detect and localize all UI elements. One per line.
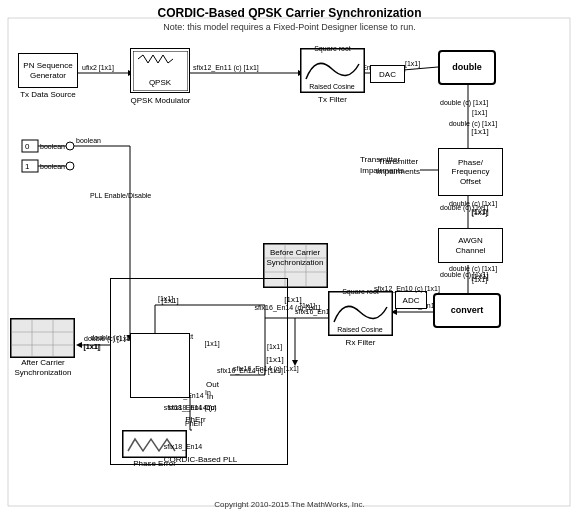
lbl-out-port: Out bbox=[200, 380, 225, 389]
svg-text:sfix12_En11 (c) [1x1]: sfix12_En11 (c) [1x1] bbox=[193, 64, 259, 72]
page-title: CORDIC-Based QPSK Carrier Synchronizatio… bbox=[0, 0, 579, 20]
svg-rect-89 bbox=[11, 319, 74, 357]
lbl-double-c-1x1-awgn: double (c) [1x1] bbox=[438, 200, 508, 207]
svg-text:Raised Cosine: Raised Cosine bbox=[309, 83, 355, 90]
qpsk-mod-block: QPSK bbox=[130, 48, 190, 93]
svg-text:[1x1]: [1x1] bbox=[405, 60, 420, 68]
sq-root-rcos-tx-label: Square root bbox=[300, 45, 365, 52]
svg-text:0: 0 bbox=[25, 142, 30, 151]
phase-freq-block: Phase/FrequencyOffset bbox=[438, 148, 503, 196]
svg-text:ufix2 [1x1]: ufix2 [1x1] bbox=[82, 64, 114, 72]
svg-text:boolean: boolean bbox=[40, 143, 65, 150]
qpsk-mod-label: QPSK Modulator bbox=[118, 96, 203, 105]
tx-data-source-label: Tx Data Source bbox=[18, 90, 78, 99]
svg-text:PLL Enable/Disable: PLL Enable/Disable bbox=[90, 192, 151, 199]
lbl-1x1-convert: [1x1] bbox=[465, 272, 495, 281]
svg-line-11 bbox=[403, 67, 438, 70]
svg-text:boolean: boolean bbox=[40, 163, 65, 170]
lbl-pherr-port: PhErr bbox=[178, 415, 213, 424]
phase-error-label: Phase Error bbox=[122, 459, 187, 468]
lbl-1x1-awgn: [1x1] bbox=[465, 207, 495, 216]
adc-box-label: ADC bbox=[395, 291, 427, 309]
lbl-sfix16-en14-out: sfix16_En14 (c) [1x1] bbox=[200, 367, 300, 374]
lbl-sfix16-en14-rx: sfix16_En14 (c) [1x1] bbox=[240, 304, 335, 311]
lbl-sfix12-en10: sfix12_En10 (c) [1x1] bbox=[352, 285, 462, 292]
lbl-1x1-pll: [1x1] bbox=[197, 340, 227, 347]
svg-rect-63 bbox=[22, 160, 38, 172]
svg-text:Raised Cosine: Raised Cosine bbox=[337, 326, 383, 333]
svg-text:boolean: boolean bbox=[76, 137, 101, 144]
dac-label: DAC bbox=[370, 65, 405, 83]
page-subtitle: Note: this model requires a Fixed-Point … bbox=[0, 22, 579, 32]
before-carrier-label: Before CarrierSynchronization bbox=[255, 248, 335, 267]
lbl-1x1-rx: [1x1] bbox=[278, 295, 308, 304]
raised-cos-rx-block: Raised Cosine bbox=[328, 291, 393, 336]
lbl-double-c-1x1-convert: double (c) [1x1] bbox=[438, 265, 508, 272]
diagram-container: CORDIC-Based QPSK Carrier Synchronizatio… bbox=[0, 0, 579, 513]
copyright-text: Copyright 2010-2015 The MathWorks, Inc. bbox=[0, 500, 579, 509]
raised-cos-tx-block: Raised Cosine bbox=[300, 48, 365, 93]
pn-sequence-block: PN SequenceGenerator bbox=[18, 53, 78, 88]
svg-text:[1x1]: [1x1] bbox=[472, 109, 487, 117]
lbl-sfix18-en14-out: sfix18_En14 (c) bbox=[143, 404, 233, 411]
lbl-in-port: In bbox=[200, 392, 220, 401]
svg-marker-31 bbox=[292, 360, 298, 366]
svg-point-66 bbox=[66, 142, 74, 150]
svg-text:QPSK: QPSK bbox=[148, 78, 171, 87]
transmitter-impairments-label: TransmitterImpairments bbox=[358, 157, 438, 178]
svg-text:double (c) [1x1]: double (c) [1x1] bbox=[440, 99, 488, 107]
awgn-block: AWGNChannel bbox=[438, 228, 503, 263]
pll-rx-block bbox=[130, 333, 190, 398]
lbl-1x1-after: [1x1] bbox=[77, 342, 107, 351]
svg-point-67 bbox=[66, 162, 74, 170]
convert-block: convert bbox=[433, 293, 501, 328]
after-carrier-block bbox=[10, 318, 75, 358]
after-carrier-label: After CarrierSynchronization bbox=[8, 358, 78, 377]
raised-cos-tx-label: Tx Filter bbox=[300, 95, 365, 104]
svg-text:1: 1 bbox=[25, 162, 30, 171]
lbl-sfix18-en14: sfix18_En14 bbox=[143, 443, 223, 450]
lbl-1x1-out: [1x1] bbox=[260, 355, 290, 364]
svg-rect-60 bbox=[22, 140, 38, 152]
lbl-double-c-1x1-phase: double (c) [1x1] bbox=[438, 120, 508, 127]
lbl-1x1-double-phase: [1x1] bbox=[465, 127, 495, 136]
lbl-1x1-select: [1x1] bbox=[155, 296, 185, 305]
double1-block: double bbox=[438, 50, 496, 85]
raised-cos-rx-label: Rx Filter bbox=[328, 338, 393, 347]
